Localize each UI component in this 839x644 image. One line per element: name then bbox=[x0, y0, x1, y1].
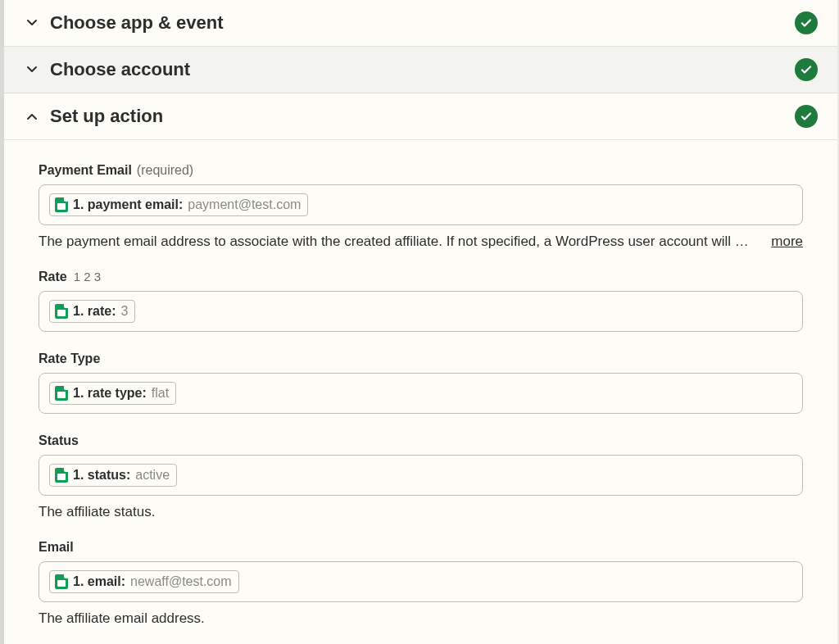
field-label: Rate Type bbox=[39, 351, 803, 366]
field-label: Rate 1 2 3 bbox=[39, 270, 803, 284]
help-text: The affiliate status. bbox=[39, 504, 803, 520]
data-pill[interactable]: 1. email: newaff@test.com bbox=[49, 570, 239, 593]
rate-type-input[interactable]: 1. rate type: flat bbox=[39, 373, 803, 414]
pill-value: flat bbox=[152, 386, 169, 401]
field-email: Email 1. email: newaff@test.com The affi… bbox=[39, 540, 803, 627]
data-pill[interactable]: 1. rate type: flat bbox=[49, 382, 176, 405]
chevron-up-icon bbox=[24, 110, 40, 123]
section-title: Choose app & event bbox=[50, 12, 795, 34]
pill-value: active bbox=[135, 468, 170, 483]
chevron-down-icon bbox=[24, 63, 40, 76]
pill-label: 1. rate type: bbox=[73, 386, 147, 401]
section-title: Choose account bbox=[50, 59, 795, 80]
label-text: Payment Email bbox=[39, 163, 132, 178]
field-label: Payment Email (required) bbox=[39, 163, 803, 178]
more-link[interactable]: more bbox=[771, 234, 803, 250]
payment-email-input[interactable]: 1. payment email: payment@test.com bbox=[39, 184, 803, 225]
field-rate-type: Rate Type 1. rate type: flat bbox=[39, 351, 803, 414]
data-pill[interactable]: 1. status: active bbox=[49, 464, 177, 487]
sheets-icon bbox=[55, 386, 68, 401]
field-label: Status bbox=[39, 433, 803, 448]
status-input[interactable]: 1. status: active bbox=[39, 455, 803, 496]
form-area: Payment Email (required) 1. payment emai… bbox=[4, 140, 837, 644]
chevron-down-icon bbox=[24, 16, 40, 29]
pill-label: 1. rate: bbox=[73, 304, 116, 319]
sheets-icon bbox=[55, 574, 68, 589]
data-pill[interactable]: 1. rate: 3 bbox=[49, 300, 135, 323]
rate-input[interactable]: 1. rate: 3 bbox=[39, 291, 803, 332]
label-text: Email bbox=[39, 540, 74, 555]
section-choose-app[interactable]: Choose app & event bbox=[4, 0, 837, 47]
help-text: The payment email address to associate w… bbox=[39, 234, 755, 250]
status-complete-icon bbox=[795, 11, 818, 34]
sheets-icon bbox=[55, 197, 68, 212]
section-set-up-action[interactable]: Set up action bbox=[4, 93, 837, 140]
section-choose-account[interactable]: Choose account bbox=[4, 47, 837, 93]
pill-label: 1. email: bbox=[73, 574, 125, 589]
field-payment-email: Payment Email (required) 1. payment emai… bbox=[39, 163, 803, 250]
required-text: (required) bbox=[137, 163, 193, 178]
pill-label: 1. status: bbox=[73, 468, 130, 483]
field-label: Email bbox=[39, 540, 803, 555]
sheets-icon bbox=[55, 304, 68, 319]
help-text: The affiliate email address. bbox=[39, 610, 803, 627]
section-title: Set up action bbox=[50, 106, 795, 127]
field-status: Status 1. status: active The affiliate s… bbox=[39, 433, 803, 520]
label-text: Rate Type bbox=[39, 351, 100, 366]
label-text: Status bbox=[39, 433, 79, 448]
sheets-icon bbox=[55, 468, 68, 483]
pill-value: payment@test.com bbox=[188, 197, 301, 212]
label-hint: 1 2 3 bbox=[74, 270, 101, 283]
status-complete-icon bbox=[795, 105, 818, 128]
pill-label: 1. payment email: bbox=[73, 197, 183, 212]
field-rate: Rate 1 2 3 1. rate: 3 bbox=[39, 270, 803, 332]
data-pill[interactable]: 1. payment email: payment@test.com bbox=[49, 193, 308, 216]
status-complete-icon bbox=[795, 58, 818, 81]
pill-value: newaff@test.com bbox=[130, 574, 232, 589]
pill-value: 3 bbox=[120, 304, 128, 319]
email-input[interactable]: 1. email: newaff@test.com bbox=[39, 561, 803, 602]
label-text: Rate bbox=[39, 270, 67, 284]
